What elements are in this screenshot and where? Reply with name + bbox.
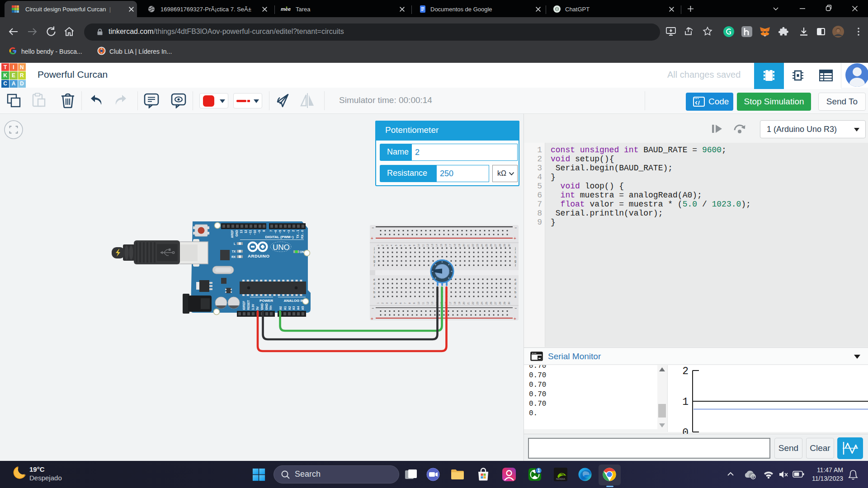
svg-text:12: 12 bbox=[426, 302, 429, 305]
svg-text:A1: A1 bbox=[283, 306, 287, 310]
svg-text:A4: A4 bbox=[297, 306, 300, 310]
svg-text:4: 4 bbox=[283, 230, 286, 232]
svg-text:21: 21 bbox=[467, 302, 470, 305]
svg-text:RX: RX bbox=[231, 255, 236, 258]
svg-text:2: 2 bbox=[292, 230, 295, 232]
svg-text:~6: ~6 bbox=[274, 230, 277, 234]
svg-text:g: g bbox=[373, 259, 375, 263]
svg-text:POWER: POWER bbox=[259, 299, 273, 303]
svg-text:14: 14 bbox=[435, 244, 438, 247]
svg-text:IOREF: IOREF bbox=[242, 301, 245, 310]
svg-text:7: 7 bbox=[404, 302, 406, 304]
svg-text:+: + bbox=[514, 316, 516, 321]
svg-text:−: − bbox=[372, 306, 374, 310]
svg-text:RX←0: RX←0 bbox=[301, 230, 304, 239]
svg-text:ARDUINO: ARDUINO bbox=[248, 253, 270, 258]
svg-text:20: 20 bbox=[462, 302, 465, 305]
svg-text:GND: GND bbox=[260, 303, 264, 310]
svg-text:+: + bbox=[371, 316, 373, 321]
svg-text:25: 25 bbox=[485, 244, 488, 247]
svg-text:26: 26 bbox=[490, 244, 492, 247]
svg-text:−: − bbox=[514, 225, 517, 230]
svg-text:~9: ~9 bbox=[258, 230, 261, 234]
svg-text:6: 6 bbox=[399, 244, 402, 246]
svg-text:16: 16 bbox=[444, 244, 447, 247]
svg-text:mee: mee bbox=[281, 6, 291, 12]
svg-text:6: 6 bbox=[399, 302, 402, 304]
svg-text:9: 9 bbox=[413, 244, 415, 246]
svg-text:12: 12 bbox=[426, 244, 429, 247]
svg-text:2: 2 bbox=[682, 366, 689, 377]
svg-text:−: − bbox=[514, 306, 517, 310]
svg-text:5: 5 bbox=[395, 244, 397, 246]
svg-text:~11: ~11 bbox=[249, 230, 252, 235]
svg-text:8: 8 bbox=[262, 230, 265, 232]
svg-text:e: e bbox=[373, 278, 375, 281]
svg-text:4: 4 bbox=[390, 302, 393, 304]
svg-text:Vin: Vin bbox=[269, 305, 272, 310]
svg-text:17: 17 bbox=[449, 244, 452, 247]
svg-text:d: d bbox=[514, 282, 516, 285]
svg-text:j: j bbox=[514, 247, 516, 250]
svg-text:e: e bbox=[514, 278, 516, 281]
svg-text:L: L bbox=[234, 242, 236, 245]
svg-text:j: j bbox=[373, 247, 375, 250]
svg-text:8: 8 bbox=[408, 244, 411, 246]
svg-text:21: 21 bbox=[467, 244, 470, 247]
svg-text:2: 2 bbox=[381, 302, 384, 304]
svg-text:b: b bbox=[514, 291, 516, 294]
svg-text:19: 19 bbox=[458, 244, 461, 247]
svg-text:a: a bbox=[514, 295, 516, 298]
svg-text:2: 2 bbox=[381, 244, 384, 246]
svg-text:30: 30 bbox=[508, 302, 510, 305]
svg-text:26: 26 bbox=[490, 302, 492, 305]
svg-text:ON: ON bbox=[300, 250, 304, 253]
svg-text:13: 13 bbox=[240, 230, 243, 234]
svg-text:22: 22 bbox=[472, 244, 474, 247]
svg-text:h: h bbox=[514, 255, 516, 258]
svg-text:~3: ~3 bbox=[287, 230, 290, 234]
svg-text:9: 9 bbox=[413, 302, 415, 304]
svg-text:7: 7 bbox=[269, 230, 273, 232]
svg-text:−: − bbox=[372, 225, 374, 230]
svg-text:TX→1: TX→1 bbox=[296, 230, 299, 239]
svg-text:3.3V: 3.3V bbox=[251, 304, 255, 310]
svg-text:c: c bbox=[514, 286, 516, 290]
svg-text:10: 10 bbox=[417, 244, 420, 247]
svg-text:DIGITAL (PWM~): DIGITAL (PWM~) bbox=[265, 235, 293, 239]
svg-text:3: 3 bbox=[386, 244, 388, 246]
svg-text:RESET: RESET bbox=[247, 300, 250, 310]
svg-text:GND: GND bbox=[235, 230, 238, 237]
svg-text:1: 1 bbox=[377, 244, 379, 246]
svg-text:28: 28 bbox=[499, 302, 501, 305]
svg-text:18: 18 bbox=[453, 302, 456, 305]
svg-text:5V: 5V bbox=[256, 306, 259, 310]
svg-text:c: c bbox=[373, 286, 375, 290]
svg-text:10: 10 bbox=[417, 302, 420, 305]
svg-text:13: 13 bbox=[431, 302, 434, 305]
svg-text:18: 18 bbox=[453, 244, 456, 247]
svg-text:b: b bbox=[373, 291, 375, 294]
svg-text:A0: A0 bbox=[279, 306, 282, 310]
svg-text:+: + bbox=[514, 236, 516, 241]
svg-text:22: 22 bbox=[472, 302, 474, 305]
svg-text:UNO: UNO bbox=[273, 243, 290, 252]
svg-text:19: 19 bbox=[458, 302, 461, 305]
svg-text:17: 17 bbox=[449, 302, 452, 305]
svg-text:11: 11 bbox=[422, 244, 425, 247]
svg-text:f: f bbox=[374, 264, 375, 267]
svg-text:f: f bbox=[515, 264, 516, 267]
svg-text:1: 1 bbox=[682, 396, 689, 408]
svg-text:28: 28 bbox=[499, 244, 501, 247]
svg-text:d: d bbox=[373, 282, 375, 285]
svg-text:A3: A3 bbox=[292, 306, 295, 310]
svg-text:7: 7 bbox=[404, 244, 406, 246]
svg-text:A2: A2 bbox=[288, 306, 291, 310]
svg-text:25: 25 bbox=[485, 302, 488, 305]
svg-text:GND: GND bbox=[265, 303, 268, 310]
svg-text:~5: ~5 bbox=[278, 230, 282, 234]
svg-text:27: 27 bbox=[494, 244, 497, 247]
svg-text:20: 20 bbox=[462, 244, 465, 247]
svg-text:30: 30 bbox=[508, 244, 510, 247]
svg-text:24: 24 bbox=[481, 244, 483, 247]
